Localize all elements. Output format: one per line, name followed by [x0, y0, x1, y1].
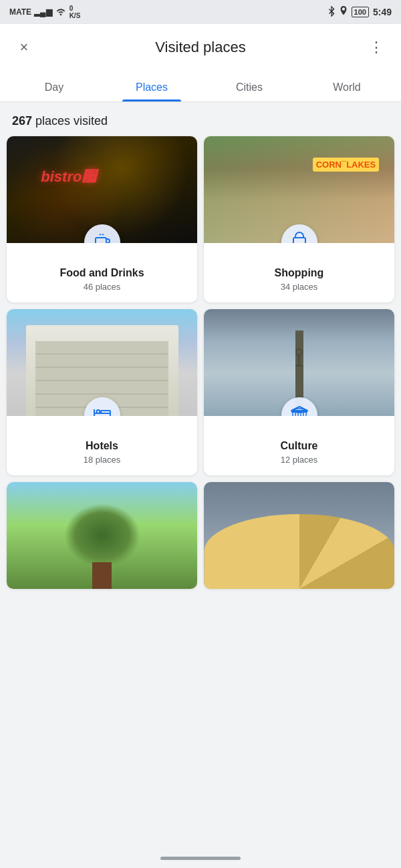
- card-image-hotels: [7, 309, 197, 416]
- places-count-suffix: places visited: [32, 114, 108, 128]
- bluetooth-icon: [327, 6, 336, 19]
- places-count-bar: 267 places visited: [0, 102, 401, 136]
- card-icon-wrap-hotels: [84, 397, 120, 416]
- card-count-shopping: 34 places: [212, 282, 386, 292]
- header: × Visited places ⋮: [0, 24, 401, 71]
- status-right: 100 5:49: [327, 6, 392, 19]
- svg-rect-2: [96, 238, 106, 244]
- card-count-hotels: 18 places: [15, 455, 189, 465]
- category-card-shopping[interactable]: Shopping 34 places: [204, 136, 394, 302]
- places-count-number: 267: [12, 114, 32, 128]
- svg-rect-5: [101, 411, 110, 413]
- bed-icon: [92, 404, 112, 417]
- shopping-bag-icon: [290, 231, 309, 244]
- page-title: Visited places: [36, 39, 365, 56]
- category-card-stadium[interactable]: [204, 482, 394, 589]
- card-count-culture: 12 places: [212, 455, 386, 465]
- category-card-food-drinks[interactable]: Food and Drinks 46 places: [7, 136, 197, 302]
- card-icon-wrap-shopping: [281, 224, 317, 243]
- category-card-hotels[interactable]: Hotels 18 places: [7, 309, 197, 475]
- card-name-hotels: Hotels: [15, 440, 189, 452]
- museum-icon: [289, 404, 309, 417]
- tabs-bar: Day Places Cities World: [0, 71, 401, 102]
- card-body-hotels: Hotels 18 places: [7, 416, 197, 475]
- card-image-food-drinks: [7, 136, 197, 243]
- wifi-icon: [55, 7, 67, 17]
- battery-icon: 100: [352, 7, 369, 17]
- card-image-culture: [204, 309, 394, 416]
- svg-rect-3: [293, 238, 305, 244]
- card-body-shopping: Shopping 34 places: [204, 243, 394, 302]
- status-left: MATE ▂▄▆ 0K/S: [9, 5, 80, 19]
- card-image-parks: [7, 482, 197, 589]
- signal-icon: ▂▄▆: [34, 7, 52, 17]
- location-icon: [340, 6, 348, 19]
- card-body-food-drinks: Food and Drinks 46 places: [7, 243, 197, 302]
- data-speed: 0K/S: [70, 5, 81, 19]
- status-bar: MATE ▂▄▆ 0K/S 100 5:49: [0, 0, 401, 24]
- card-icon-wrap-food-drinks: [84, 224, 120, 243]
- tab-day[interactable]: Day: [5, 71, 103, 101]
- places-count-text: 267 places visited: [12, 114, 108, 128]
- tab-world[interactable]: World: [298, 71, 396, 101]
- home-indicator: [160, 857, 241, 860]
- categories-grid: Food and Drinks 46 places Shopping 34 pl…: [0, 136, 401, 596]
- close-button[interactable]: ×: [12, 39, 36, 56]
- more-options-button[interactable]: ⋮: [365, 39, 389, 56]
- card-image-stadium: [204, 482, 394, 589]
- tab-cities[interactable]: Cities: [200, 71, 298, 101]
- card-count-food-drinks: 46 places: [15, 282, 189, 292]
- card-icon-wrap-culture: [281, 397, 317, 416]
- category-card-parks[interactable]: [7, 482, 197, 589]
- time-display: 5:49: [373, 7, 392, 17]
- coffee-icon: [93, 231, 112, 244]
- card-name-food-drinks: Food and Drinks: [15, 267, 189, 279]
- card-body-culture: Culture 12 places: [204, 416, 394, 475]
- svg-point-6: [96, 410, 100, 413]
- card-name-shopping: Shopping: [212, 267, 386, 279]
- card-image-shopping: [204, 136, 394, 243]
- carrier-label: MATE: [9, 7, 31, 17]
- tab-places[interactable]: Places: [103, 71, 200, 101]
- card-name-culture: Culture: [212, 440, 386, 452]
- category-card-culture[interactable]: Culture 12 places: [204, 309, 394, 475]
